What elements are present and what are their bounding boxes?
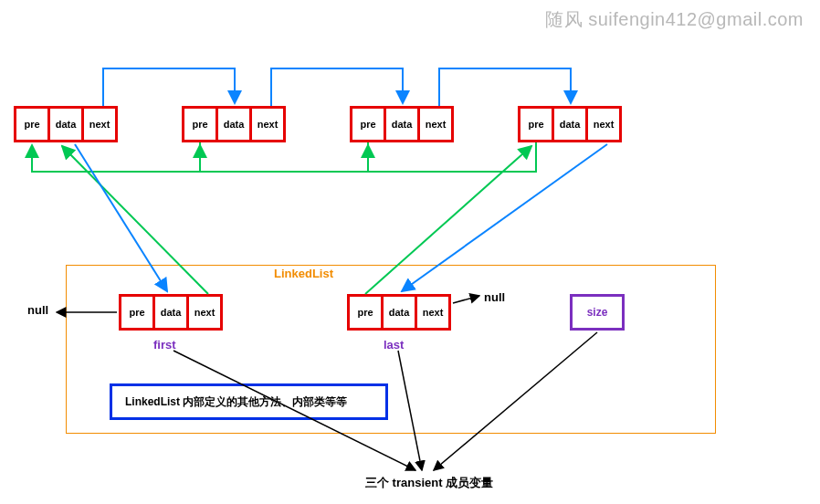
top-node-1: pre data next: [14, 106, 118, 142]
arrow-next-1-2: [103, 68, 235, 106]
other-methods-box: LinkedList 内部定义的其他方法、内部类等等: [110, 383, 388, 420]
first-node-pre: pre: [119, 294, 155, 331]
last-node-data: data: [381, 294, 417, 331]
top-node-2-data: data: [216, 106, 252, 142]
top-node-1-data: data: [47, 106, 84, 142]
top-node-3-data: data: [384, 106, 420, 142]
transient-vars-label: 三个 transient 成员变量: [365, 475, 493, 491]
top-node-3-next: next: [417, 106, 454, 142]
arrow-pre-2-1: [32, 142, 200, 172]
first-node-data: data: [152, 294, 189, 331]
first-node: pre data next: [119, 294, 223, 331]
top-node-4: pre data next: [518, 106, 622, 142]
last-node-next: next: [415, 294, 451, 331]
top-node-4-pre: pre: [518, 106, 554, 142]
size-box: size: [570, 294, 625, 331]
top-node-2: pre data next: [182, 106, 286, 142]
arrow-pre-4-3: [368, 142, 536, 172]
last-label: last: [384, 338, 404, 352]
null-right-label: null: [484, 290, 505, 304]
first-label: first: [153, 338, 176, 352]
top-node-3: pre data next: [350, 106, 454, 142]
watermark-text: 随风 suifengin412@gmail.com: [545, 7, 804, 32]
linkedlist-title: LinkedList: [274, 267, 333, 280]
top-node-2-next: next: [249, 106, 286, 142]
top-node-4-next: next: [585, 106, 622, 142]
first-node-next: next: [186, 294, 223, 331]
top-node-1-pre: pre: [14, 106, 50, 142]
arrow-next-3-4: [439, 68, 571, 106]
last-node: pre data next: [347, 294, 451, 331]
top-node-4-data: data: [552, 106, 588, 142]
arrow-pre-3-2: [200, 142, 368, 172]
arrow-next-2-3: [271, 68, 403, 106]
last-node-pre: pre: [347, 294, 384, 331]
top-node-1-next: next: [81, 106, 118, 142]
null-left-label: null: [27, 303, 48, 317]
top-node-2-pre: pre: [182, 106, 218, 142]
top-node-3-pre: pre: [350, 106, 386, 142]
